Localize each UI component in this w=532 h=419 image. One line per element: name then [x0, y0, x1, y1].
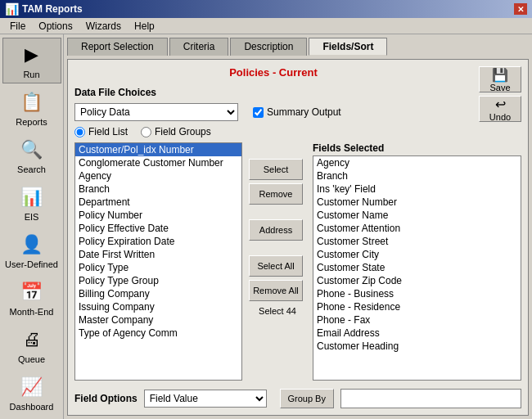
tab-fields-sort[interactable]: Fields/Sort — [309, 38, 387, 56]
sidebar-item-reports[interactable]: 📋 Reports — [2, 85, 61, 131]
sidebar-item-month-end[interactable]: 📅 Month-End — [2, 275, 61, 321]
user-defined-icon: 👤 — [19, 232, 45, 258]
sidebar-user-defined-label: User-Defined — [5, 259, 58, 269]
list-item[interactable]: Customer Street — [313, 235, 521, 248]
list-item[interactable]: Agency — [75, 169, 241, 182]
eis-icon: 📊 — [19, 184, 45, 210]
fields-selected-box[interactable]: Agency Branch Ins 'key' Field Customer N… — [313, 155, 521, 381]
sidebar: ▶ Run 📋 Reports 🔍 Search 📊 EIS 👤 User-De… — [0, 34, 64, 419]
tab-report-selection[interactable]: Report Selection — [67, 38, 168, 56]
sidebar-item-search[interactable]: 🔍 Search — [2, 133, 61, 178]
list-item[interactable]: Phone - Residence — [313, 300, 521, 313]
list-item[interactable]: Customer City — [313, 248, 521, 261]
list-item[interactable]: Policy Number — [75, 209, 241, 222]
radio-field-list[interactable]: Field List — [74, 126, 128, 137]
save-icon: 💾 — [492, 67, 508, 83]
list-item[interactable]: Department — [75, 196, 241, 209]
list-item[interactable]: Policy Effective Date — [75, 222, 241, 235]
sidebar-item-user-defined[interactable]: 👤 User-Defined — [2, 228, 61, 273]
app-title: TAM Reports — [22, 3, 83, 15]
main-layout: ▶ Run 📋 Reports 🔍 Search 📊 EIS 👤 User-De… — [0, 34, 532, 419]
remove-button[interactable]: Remove — [249, 183, 303, 205]
undo-icon: ↩ — [495, 97, 506, 112]
sidebar-queue-label: Queue — [18, 354, 45, 364]
tab-description[interactable]: Description — [230, 38, 307, 56]
list-item[interactable]: Email Address — [313, 327, 521, 340]
list-item[interactable]: Customer/Pol_idx Number — [75, 143, 241, 156]
sidebar-item-run[interactable]: ▶ Run — [2, 38, 61, 83]
list-item[interactable]: Agency — [313, 156, 521, 169]
undo-button[interactable]: ↩ Undo — [479, 96, 521, 122]
list-item[interactable]: Branch — [75, 182, 241, 196]
address-button[interactable]: Address — [249, 219, 303, 241]
middle-col: Select Remove Address Select All Remove … — [249, 142, 306, 381]
save-button[interactable]: 💾 Save — [479, 66, 521, 92]
select-count: Select 44 — [249, 304, 306, 318]
menu-help[interactable]: Help — [128, 20, 161, 33]
undo-label: Undo — [489, 112, 511, 122]
field-options-label: Field Options — [74, 393, 138, 404]
sidebar-reports-label: Reports — [16, 117, 47, 127]
radio-field-groups-label: Field Groups — [155, 126, 211, 137]
fields-layout: Customer/Pol_idx Number Conglomerate Cus… — [74, 142, 521, 381]
sidebar-item-queue[interactable]: 🖨 Queue — [2, 322, 61, 368]
field-options-select[interactable]: Field Value — [144, 390, 267, 408]
close-button[interactable]: ✕ — [514, 3, 527, 15]
list-item[interactable]: Customer Name — [313, 209, 521, 222]
list-item[interactable]: Customer Number — [313, 196, 521, 209]
list-item[interactable]: Policy Type Group — [75, 274, 241, 287]
data-file-select[interactable]: Policy Data — [74, 103, 238, 121]
data-file-row: Data File Choices — [74, 87, 472, 98]
content-area: Report Selection Criteria Description Fi… — [64, 34, 532, 419]
tab-criteria[interactable]: Criteria — [169, 38, 229, 56]
data-file-label: Data File Choices — [74, 87, 156, 98]
select-button[interactable]: Select — [249, 159, 303, 180]
radio-field-list-input[interactable] — [74, 127, 85, 137]
menu-wizards[interactable]: Wizards — [79, 20, 128, 33]
sidebar-item-dashboard[interactable]: 📈 Dashboard — [2, 370, 61, 416]
radio-field-groups[interactable]: Field Groups — [141, 126, 211, 137]
sidebar-search-label: Search — [17, 164, 46, 174]
summary-output-checkbox[interactable] — [253, 107, 264, 118]
sidebar-eis-label: EIS — [25, 212, 39, 222]
radio-field-groups-input[interactable] — [141, 127, 151, 137]
group-by-button[interactable]: Group By — [280, 389, 334, 408]
sidebar-dashboard-label: Dashboard — [10, 402, 54, 412]
sidebar-item-eis[interactable]: 📊 EIS — [2, 180, 61, 226]
radio-row: Field List Field Groups — [74, 126, 472, 137]
list-item[interactable]: Phone - Fax — [313, 313, 521, 327]
group-by-display — [340, 389, 521, 408]
list-item[interactable]: Branch — [313, 169, 521, 182]
month-end-icon: 📅 — [19, 279, 45, 305]
panel: Policies - Current Data File Choices Pol… — [67, 59, 529, 416]
field-list-box[interactable]: Customer/Pol_idx Number Conglomerate Cus… — [74, 142, 242, 381]
menu-file[interactable]: File — [3, 20, 32, 33]
menu-bar: File Options Wizards Help — [0, 18, 532, 34]
reports-icon: 📋 — [19, 89, 45, 115]
list-item[interactable]: Issuing Company — [75, 300, 241, 313]
list-item[interactable]: Policy Type — [75, 261, 241, 274]
list-item[interactable]: Type of Agency Comm — [75, 327, 241, 340]
dashboard-icon: 📈 — [19, 374, 45, 400]
menu-options[interactable]: Options — [32, 20, 79, 33]
tab-bar: Report Selection Criteria Description Fi… — [67, 38, 529, 56]
list-item[interactable]: Customer Attention — [313, 222, 521, 235]
app-icon: 📊 — [5, 2, 19, 16]
list-item[interactable]: Master Company — [75, 313, 241, 327]
list-item[interactable]: Conglomerate Customer Number — [75, 156, 241, 169]
list-item[interactable]: Billing Company — [75, 287, 241, 300]
list-item[interactable]: Customer State — [313, 261, 521, 274]
list-item[interactable]: Customer Heading — [313, 340, 521, 353]
list-item[interactable]: Phone - Business — [313, 287, 521, 300]
fields-selected-label: Fields Selected — [313, 142, 521, 154]
select-all-button[interactable]: Select All — [249, 255, 303, 277]
list-item[interactable]: Customer Zip Code — [313, 274, 521, 287]
field-options-row: Field Options Field Value Group By — [74, 389, 521, 408]
left-col: Customer/Pol_idx Number Conglomerate Cus… — [74, 142, 242, 381]
list-item[interactable]: Policy Expiration Date — [75, 235, 241, 248]
remove-all-button[interactable]: Remove All — [249, 280, 303, 301]
radio-field-list-label: Field List — [88, 126, 128, 137]
summary-output-label: Summary Output — [267, 106, 341, 118]
list-item[interactable]: Ins 'key' Field — [313, 182, 521, 196]
list-item[interactable]: Date First Written — [75, 248, 241, 261]
